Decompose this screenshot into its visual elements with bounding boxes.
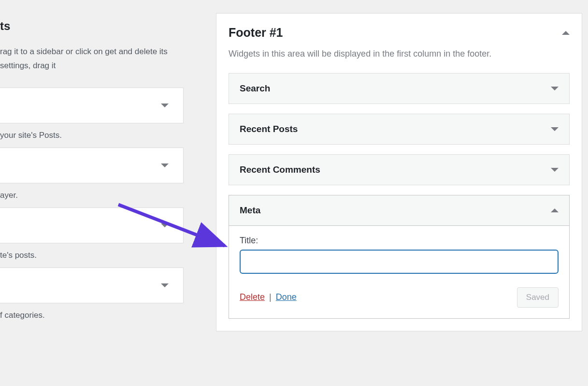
footer-description: Widgets in this area will be displayed i… (229, 47, 570, 61)
widget-title: Search (240, 83, 270, 94)
footer-title: Footer #1 (229, 26, 283, 40)
widget-search: Search (229, 73, 570, 104)
action-links: Delete | Done (240, 292, 297, 302)
widget-meta: Meta Title: Delete | Done Saved (229, 195, 570, 319)
widget-toggle[interactable]: Recent Posts (229, 114, 569, 144)
available-widgets-panel: ts rag it to a sidebar or click on get a… (0, 0, 184, 327)
footer-header[interactable]: Footer #1 (229, 26, 570, 40)
chevron-down-icon (161, 223, 169, 227)
chevron-down-icon (161, 163, 169, 167)
available-widget-item[interactable] (0, 148, 184, 183)
widget-recent-posts: Recent Posts (229, 114, 570, 145)
delete-link[interactable]: Delete (240, 292, 265, 302)
widget-body: Title: Delete | Done Saved (229, 226, 569, 318)
separator: | (269, 292, 272, 302)
saved-button: Saved (517, 287, 559, 308)
widget-title: Recent Posts (240, 124, 298, 134)
widget-toggle[interactable]: Search (229, 74, 569, 104)
chevron-down-icon (161, 104, 169, 107)
footer-widget-area: Footer #1 Widgets in this area will be d… (216, 13, 582, 331)
title-label: Title: (240, 236, 559, 246)
widget-caption: te's posts. (0, 251, 184, 260)
chevron-down-icon (551, 87, 559, 90)
title-input[interactable] (240, 250, 559, 274)
done-link[interactable]: Done (276, 292, 297, 302)
widget-title: Recent Comments (240, 164, 320, 175)
chevron-down-icon (551, 168, 559, 172)
widget-toggle[interactable]: Recent Comments (229, 155, 569, 185)
available-widget-item[interactable] (0, 267, 184, 303)
widget-toggle[interactable]: Meta (229, 195, 569, 226)
widget-actions: Delete | Done Saved (240, 287, 559, 308)
widget-caption: your site's Posts. (0, 131, 184, 140)
widget-recent-comments: Recent Comments (229, 154, 570, 185)
panel-heading: ts (0, 19, 184, 33)
chevron-up-icon (551, 208, 559, 212)
available-widget-item[interactable] (0, 208, 184, 243)
available-widget-item[interactable] (0, 88, 184, 123)
widget-title: Meta (240, 205, 260, 216)
widget-caption: f categories. (0, 311, 184, 320)
panel-description: rag it to a sidebar or click on get and … (0, 45, 184, 73)
chevron-down-icon (551, 127, 559, 131)
widget-caption: ayer. (0, 191, 184, 200)
chevron-up-icon (562, 31, 570, 35)
chevron-down-icon (161, 283, 169, 287)
